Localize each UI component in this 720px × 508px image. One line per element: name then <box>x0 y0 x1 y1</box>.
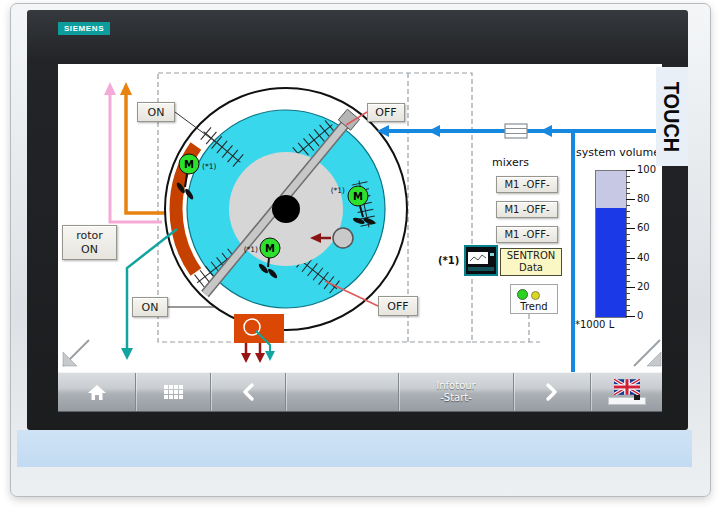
home-icon <box>87 383 107 401</box>
uk-flag-icon <box>614 379 640 395</box>
svg-text:(*1): (*1) <box>244 245 258 254</box>
sentron-label-line2: Data <box>519 262 543 274</box>
siemens-logo: SIEMENS <box>58 22 110 35</box>
pump-off-button[interactable]: OFF <box>378 296 418 316</box>
svg-text:M: M <box>184 159 194 170</box>
pipe-valve-icon <box>505 124 527 138</box>
tank-center-hub <box>272 195 300 223</box>
gauge-unit: *1000 L <box>575 319 614 330</box>
yellow-led-icon <box>531 291 540 300</box>
gauge-tick-80: 80 <box>637 193 663 204</box>
infotour-button[interactable]: Infotour -Start- <box>399 373 513 411</box>
sentron-note: (*1) <box>438 255 459 266</box>
chevron-right-icon <box>544 382 560 402</box>
infotour-label-line2: -Start- <box>440 392 472 405</box>
navigation-bar: Infotour -Start- <box>58 372 662 412</box>
sentron-data-button[interactable]: SENTRON Data <box>500 248 562 276</box>
trend-label: Trend <box>511 301 557 312</box>
glass-reflection-strip <box>17 430 692 467</box>
gauge-tick-0: 0 <box>637 310 663 321</box>
trend-button[interactable]: Trend <box>510 284 558 314</box>
svg-text:(*1): (*1) <box>331 186 345 195</box>
green-led-icon <box>517 289 528 300</box>
rotor-on-button[interactable]: rotor ON <box>62 225 117 260</box>
svg-text:(*1): (*1) <box>202 162 216 171</box>
keyboard-button[interactable] <box>136 373 210 411</box>
sentron-label-line1: SENTRON <box>507 250 556 262</box>
home-button[interactable] <box>58 373 135 411</box>
touch-bezel-label: TOUCH <box>656 67 688 166</box>
tank-outlet <box>234 314 284 363</box>
gauge-tick-20: 20 <box>637 281 663 292</box>
volume-gauge-fill <box>596 208 626 318</box>
rotor-line <box>121 229 177 360</box>
rotor-button-line1: rotor <box>76 229 103 242</box>
svg-text:M: M <box>353 191 363 202</box>
scraper-off-button[interactable]: OFF <box>367 103 405 122</box>
chevron-left-icon <box>240 382 256 402</box>
mixer-bottom-on-button[interactable]: ON <box>132 297 168 317</box>
mixer-m1-button-3[interactable]: M1 -OFF- <box>496 226 558 243</box>
rotor-button-line2: ON <box>81 243 98 256</box>
mixer-m1-button-1[interactable]: M1 -OFF- <box>496 176 558 193</box>
language-button[interactable] <box>591 373 662 411</box>
tank <box>165 88 407 330</box>
gauge-tick-60: 60 <box>637 222 663 233</box>
back-button[interactable] <box>211 373 285 411</box>
gauge-title: system volume <box>576 146 660 159</box>
mixer-top-on-button[interactable]: ON <box>137 102 175 122</box>
gauge-tick-40: 40 <box>637 252 663 263</box>
sentron-device-icon <box>464 245 498 280</box>
mixer-m1-button-2[interactable]: M1 -OFF- <box>496 201 558 218</box>
gauge-major-ticks <box>626 170 635 317</box>
infotour-label-line1: Infotour <box>436 380 475 393</box>
siemens-hmi-panel: { "device": { "brand_logo": "SIEMENS", "… <box>0 0 720 508</box>
hmi-screen: M (*1) M (*1) M (*1) <box>58 64 662 412</box>
svg-text:M: M <box>265 243 275 254</box>
volume-gauge <box>595 170 627 318</box>
forward-button[interactable] <box>514 373 590 411</box>
keyboard-icon <box>164 385 183 399</box>
mixers-panel-title: mixers <box>492 156 529 169</box>
nav-divider <box>285 373 286 411</box>
